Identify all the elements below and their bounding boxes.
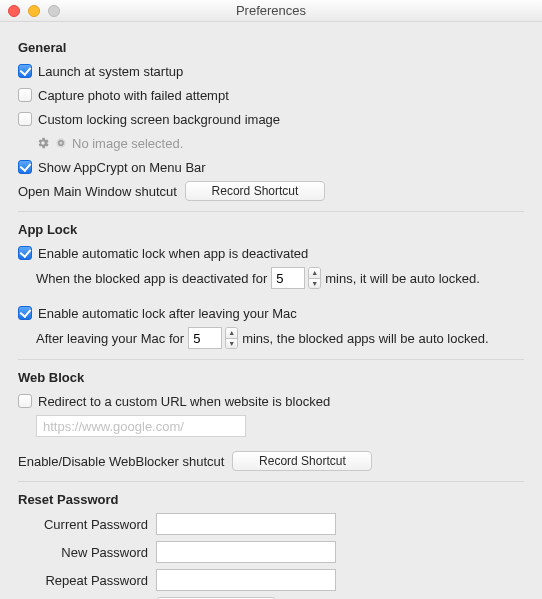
chevron-up-icon[interactable]: ▲ — [309, 268, 320, 279]
new-password-input[interactable] — [156, 541, 336, 563]
svg-point-0 — [56, 138, 65, 147]
auto-lock-deactivated-label: Enable automatic lock when app is deacti… — [38, 246, 308, 261]
repeat-password-input[interactable] — [156, 569, 336, 591]
deactivated-minutes-stepper[interactable]: ▲ ▼ — [308, 267, 321, 289]
launch-at-startup-label: Launch at system startup — [38, 64, 183, 79]
leave-minutes-stepper[interactable]: ▲ ▼ — [225, 327, 238, 349]
section-title-general: General — [18, 40, 524, 55]
capture-photo-label: Capture photo with failed attempt — [38, 88, 229, 103]
redirect-url-label: Redirect to a custom URL when website is… — [38, 394, 330, 409]
open-main-record-shortcut-button[interactable]: Record Shortcut — [185, 181, 325, 201]
capture-photo-checkbox[interactable] — [18, 88, 32, 102]
repeat-password-label: Repeat Password — [18, 573, 148, 588]
custom-lock-bg-checkbox[interactable] — [18, 112, 32, 126]
webblocker-record-shortcut-button[interactable]: Record Shortcut — [232, 451, 372, 471]
action-icon — [54, 136, 68, 150]
custom-lock-bg-label: Custom locking screen background image — [38, 112, 280, 127]
leave-minutes-input[interactable] — [188, 327, 222, 349]
auto-lock-leave-checkbox[interactable] — [18, 306, 32, 320]
window-titlebar: Preferences — [0, 0, 542, 22]
section-title-webblock: Web Block — [18, 370, 524, 385]
chevron-down-icon[interactable]: ▼ — [226, 339, 237, 349]
leave-prefix-text: After leaving your Mac for — [36, 331, 184, 346]
open-main-shortcut-label: Open Main Window shutcut — [18, 184, 177, 199]
leave-suffix-text: mins, the blocked apps will be auto lock… — [242, 331, 488, 346]
divider — [18, 481, 524, 482]
redirect-url-input[interactable] — [36, 415, 246, 437]
current-password-label: Current Password — [18, 517, 148, 532]
divider — [18, 359, 524, 360]
show-menubar-checkbox[interactable] — [18, 160, 32, 174]
current-password-input[interactable] — [156, 513, 336, 535]
deactivated-minutes-input[interactable] — [271, 267, 305, 289]
deactivated-suffix-text: mins, it will be auto locked. — [325, 271, 480, 286]
webblocker-shortcut-label: Enable/Disable WebBlocker shutcut — [18, 454, 224, 469]
chevron-up-icon[interactable]: ▲ — [226, 328, 237, 339]
new-password-label: New Password — [18, 545, 148, 560]
redirect-url-checkbox[interactable] — [18, 394, 32, 408]
deactivated-prefix-text: When the blocked app is deactivated for — [36, 271, 267, 286]
section-title-applock: App Lock — [18, 222, 524, 237]
show-menubar-label: Show AppCrypt on Menu Bar — [38, 160, 206, 175]
auto-lock-deactivated-checkbox[interactable] — [18, 246, 32, 260]
window-title: Preferences — [0, 3, 542, 18]
chevron-down-icon[interactable]: ▼ — [309, 279, 320, 289]
divider — [18, 211, 524, 212]
section-title-reset: Reset Password — [18, 492, 524, 507]
no-image-selected-text: No image selected. — [72, 136, 183, 151]
auto-lock-leave-label: Enable automatic lock after leaving your… — [38, 306, 297, 321]
gear-icon — [36, 136, 50, 150]
launch-at-startup-checkbox[interactable] — [18, 64, 32, 78]
